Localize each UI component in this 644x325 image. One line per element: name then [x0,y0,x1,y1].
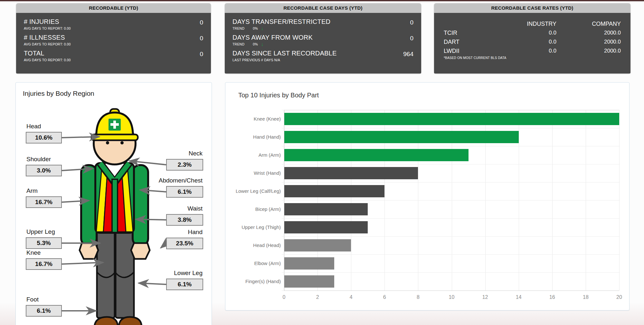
kpi-row: DAYS TRANSFER/RESTRICTEDTREND0%↓0 [232,18,413,30]
gridline-horizontal [282,128,619,128]
top-accent-bar [0,0,644,1]
kpi-row: # INJURIESAVG DAYS TO REPORT: 0.000 [24,18,203,30]
kpi-value: 0 [200,18,203,30]
kpi-subtext: AVG DAYS TO REPORT: 0.00 [24,26,71,30]
gridline-horizontal [282,146,619,146]
callout-arrow [161,243,166,248]
kpi-row-left: # ILLNESSESAVG DAYS TO REPORT: 0.00 [24,34,71,46]
body-part-name: Abdomen/Chest [159,177,203,184]
category-label: Head (Head) [225,242,281,248]
category-label: Elbow (Arm) [225,261,281,266]
body-part-percent: 16.7% [26,258,62,270]
x-axis-tick-label: 2 [316,294,319,300]
bar-upper-leg-thigh[interactable] [284,221,368,233]
x-axis-tick-label: 6 [383,294,386,300]
kpi-row-left: TOTALAVG DAYS TO REPORT: 0.00 [24,50,71,62]
category-label: Knee (Knee) [225,116,281,122]
kpi-label: DAYS AWAY FROM WORK [232,34,313,41]
body-part-name: Foot [26,296,39,303]
kpi-row-left: DAYS SINCE LAST RECORDABLELAST PREVIOUS … [232,50,336,62]
kpi-row-left: DAYS AWAY FROM WORKTREND0%↓ [232,34,313,46]
rate-company-value: 2000.0 [556,39,621,45]
kpi-subtext: TREND0%↓ [232,42,313,46]
body-part-name: Knee [26,249,41,256]
body-part-name: Arm [26,187,38,194]
worker-hard-hat [91,109,138,140]
bar-finger-s-hand[interactable] [284,275,334,288]
rate-industry-value: 0.0 [502,48,556,54]
gridline-horizontal [282,236,619,237]
gridline-horizontal [282,200,619,201]
rate-row-label: TCIR [444,30,502,36]
body-part-name: Upper Leg [26,228,55,235]
kpi-value: 0 [410,34,413,46]
trend-percent: 0% [253,42,258,46]
body-part-percent: 2.3% [166,159,203,171]
body-part-percent: 6.1% [166,279,203,290]
category-label: Lower Leg (Calf/Leg) [225,188,281,194]
kpi-value: 964 [403,50,413,62]
gridline-horizontal [282,182,619,182]
body-part-name: Hand [188,229,203,236]
x-axis-line [284,291,619,291]
category-label: Bicep (Arm) [225,206,281,212]
bar-bicep-arm[interactable] [284,203,368,215]
panel-case-days-title: RECORDABLE CASE DAYS (YTD) [225,3,421,13]
case-rates-table: INDUSTRY COMPANY TCIR0.02000.0DART0.0200… [444,21,621,54]
bar-hand-hand[interactable] [284,131,519,143]
x-axis-tick-label: 0 [283,294,286,300]
rates-footnote: *BASED ON MOST CURRENT BLS DATA [444,56,621,60]
body-part-name: Head [26,123,41,130]
kpi-row: DAYS AWAY FROM WORKTREND0%↓0 [232,34,413,46]
x-axis-tick-label: 8 [417,294,420,300]
body-part-percent: 23.5% [166,238,203,249]
bar-head-head[interactable] [284,239,351,251]
kpi-label: # ILLNESSES [24,34,71,41]
gridline-horizontal [282,272,619,273]
x-axis-tick-label: 12 [482,294,488,300]
kpi-row-left: DAYS TRANSFER/RESTRICTEDTREND0%↓ [232,18,330,30]
x-axis-tick-label: 14 [516,294,522,300]
gridline-vertical [619,110,620,291]
gridline-horizontal [282,254,619,255]
kpi-subtext: AVG DAYS TO REPORT: 0.00 [24,42,71,46]
body-part-name: Lower Leg [174,270,203,277]
panel-case-days: RECORDABLE CASE DAYS (YTD) DAYS TRANSFER… [225,3,421,74]
rate-row-label: DART [444,39,502,45]
plot-top-edge [284,110,619,110]
kpi-sub-label: TREND [232,42,244,46]
bar-elbow-arm[interactable] [284,257,334,270]
kpi-label: # INJURIES [24,18,71,25]
body-part-name: Shoulder [26,156,51,163]
kpi-subtext: AVG DAYS TO REPORT: 0.00 [24,58,71,62]
bar-arm-arm[interactable] [284,149,469,161]
rates-col-company: COMPANY [556,21,621,27]
body-part-name: Neck [189,150,203,157]
category-label: Finger(s) (Hand) [225,279,281,284]
bar-wrist-hand[interactable] [284,167,418,179]
body-part-name: Waist [187,205,203,212]
callout-arrow [138,283,166,284]
panel-case-rates-title: RECORDABLE CASE RATES (YTD) [434,3,630,13]
panel-case-rates-body: INDUSTRY COMPANY TCIR0.02000.0DART0.0200… [434,13,630,74]
callout-arrow [136,219,166,220]
rate-company-value: 2000.0 [556,48,621,54]
callout-arrow [129,161,166,165]
panel-recordable-title: RECORDABLE (YTD) [16,3,211,13]
rates-col-industry: INDUSTRY [502,21,556,27]
category-label: Upper Leg (Thigh) [225,224,281,230]
worker-pants [97,226,134,318]
rate-company-value: 2000.0 [556,30,621,36]
gridline-horizontal [282,218,619,219]
rates-corner-cell [444,21,502,27]
bar-lower-leg-calf-leg[interactable] [284,185,384,197]
body-part-percent: 16.7% [26,196,62,208]
panel-case-days-body: DAYS TRANSFER/RESTRICTEDTREND0%↓0DAYS AW… [225,13,421,74]
rate-industry-value: 0.0 [502,30,556,36]
category-label: Hand (Hand) [225,134,281,140]
panel-case-rates: RECORDABLE CASE RATES (YTD) INDUSTRY COM… [434,3,630,74]
bar-knee-knee[interactable] [284,113,619,125]
kpi-label: DAYS TRANSFER/RESTRICTED [232,18,330,25]
body-part-percent: 10.6% [26,132,62,143]
worker-torso [95,163,134,233]
